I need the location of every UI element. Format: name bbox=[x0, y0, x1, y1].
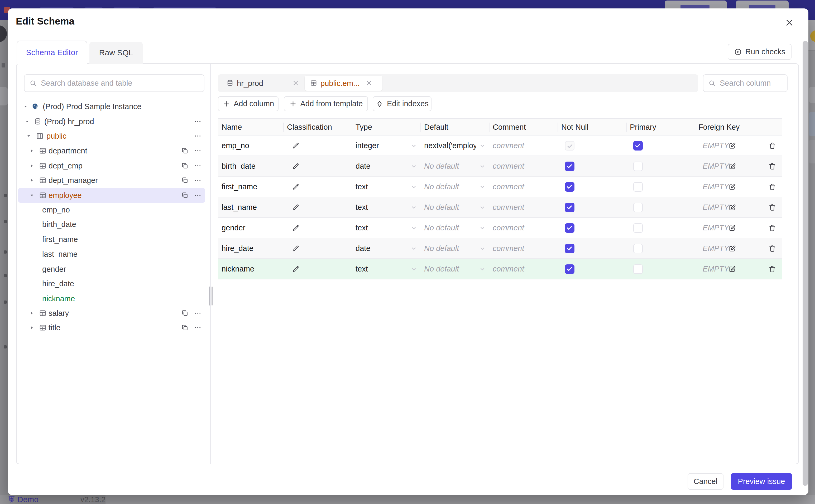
comment-input[interactable]: comment bbox=[493, 244, 524, 253]
column-name-cell[interactable]: nickname bbox=[221, 265, 254, 273]
more-icon[interactable] bbox=[194, 132, 201, 140]
default-select[interactable]: No default bbox=[424, 244, 459, 253]
type-select[interactable]: text bbox=[355, 203, 368, 212]
tree-item-dept-emp[interactable]: dept_emp bbox=[18, 158, 205, 173]
caret-down-icon[interactable] bbox=[24, 119, 30, 124]
comment-input[interactable]: comment bbox=[493, 162, 524, 171]
default-select[interactable]: No default bbox=[424, 162, 459, 171]
edit-icon[interactable] bbox=[728, 203, 736, 211]
pencil-icon[interactable] bbox=[292, 245, 300, 253]
default-select[interactable]: No default bbox=[424, 224, 459, 232]
copy-icon[interactable] bbox=[181, 177, 189, 184]
trash-icon[interactable] bbox=[768, 203, 777, 212]
more-icon[interactable] bbox=[194, 192, 201, 199]
chevron-down-icon[interactable] bbox=[410, 142, 418, 150]
add-from-template-button[interactable]: Add from template bbox=[284, 96, 368, 111]
chip-hr-prod[interactable]: hr_prod bbox=[237, 79, 263, 88]
cancel-button[interactable]: Cancel bbox=[688, 473, 724, 490]
close-icon[interactable] bbox=[292, 80, 299, 86]
tree-item-prod-hr-prod[interactable]: (Prod) hr_prod bbox=[18, 114, 205, 129]
pencil-icon[interactable] bbox=[292, 265, 300, 273]
type-select[interactable]: date bbox=[355, 244, 370, 253]
caret-down-icon[interactable] bbox=[23, 104, 28, 109]
tree-item-dept-manager[interactable]: dept_manager bbox=[18, 173, 205, 188]
caret-right-icon[interactable] bbox=[29, 325, 35, 331]
chevron-down-icon[interactable] bbox=[479, 265, 486, 273]
tree-item-prod-prod-sample-instance[interactable]: (Prod) Prod Sample Instance bbox=[18, 99, 205, 114]
tab-raw-sql[interactable]: Raw SQL bbox=[89, 42, 143, 64]
edit-icon[interactable] bbox=[728, 142, 736, 150]
copy-icon[interactable] bbox=[181, 162, 189, 169]
primary-checkbox[interactable] bbox=[633, 182, 643, 192]
type-select[interactable]: text bbox=[355, 265, 368, 273]
trash-icon[interactable] bbox=[768, 224, 777, 232]
edit-icon[interactable] bbox=[728, 183, 736, 191]
chip-public-employee[interactable]: public.em... bbox=[305, 76, 382, 91]
pencil-icon[interactable] bbox=[292, 203, 300, 211]
edit-indexes-button[interactable]: Edit indexes bbox=[373, 96, 432, 111]
caret-down-icon[interactable] bbox=[26, 133, 32, 139]
not-null-checkbox[interactable] bbox=[565, 223, 575, 233]
edit-icon[interactable] bbox=[728, 224, 736, 232]
pencil-icon[interactable] bbox=[292, 183, 300, 191]
comment-input[interactable]: comment bbox=[493, 182, 524, 191]
more-icon[interactable] bbox=[194, 324, 201, 331]
not-null-checkbox[interactable] bbox=[565, 182, 575, 192]
tree-item-hire-date[interactable]: hire_date bbox=[18, 276, 205, 291]
preview-issue-button[interactable]: Preview issue bbox=[731, 473, 792, 490]
type-select[interactable]: text bbox=[355, 182, 368, 191]
chevron-down-icon[interactable] bbox=[410, 265, 418, 273]
add-column-button[interactable]: Add column bbox=[218, 96, 278, 111]
primary-checkbox[interactable] bbox=[633, 162, 643, 171]
trash-icon[interactable] bbox=[768, 265, 777, 273]
more-icon[interactable] bbox=[194, 118, 201, 125]
edit-icon[interactable] bbox=[728, 265, 736, 273]
tree-item-department[interactable]: department bbox=[18, 143, 205, 158]
column-name-cell[interactable]: birth_date bbox=[221, 162, 255, 171]
tree-item-employee[interactable]: employee bbox=[18, 188, 205, 203]
pencil-icon[interactable] bbox=[292, 142, 300, 150]
caret-down-icon[interactable] bbox=[29, 192, 35, 198]
pencil-icon[interactable] bbox=[292, 224, 300, 232]
more-icon[interactable] bbox=[194, 177, 201, 184]
trash-icon[interactable] bbox=[768, 183, 777, 191]
column-name-cell[interactable]: emp_no bbox=[221, 141, 249, 150]
primary-checkbox[interactable] bbox=[633, 223, 643, 233]
tree-item-birth-date[interactable]: birth_date bbox=[18, 217, 205, 232]
not-null-checkbox[interactable] bbox=[565, 203, 575, 212]
primary-checkbox[interactable] bbox=[633, 141, 643, 151]
not-null-checkbox[interactable] bbox=[565, 264, 575, 274]
tree-item-emp-no[interactable]: emp_no bbox=[18, 202, 205, 217]
type-select[interactable]: integer bbox=[355, 141, 379, 150]
chevron-down-icon[interactable] bbox=[479, 224, 486, 232]
tree-item-last-name[interactable]: last_name bbox=[18, 247, 205, 261]
tree-item-first-name[interactable]: first_name bbox=[18, 232, 205, 247]
comment-input[interactable]: comment bbox=[493, 203, 524, 212]
caret-right-icon[interactable] bbox=[29, 177, 35, 183]
more-icon[interactable] bbox=[194, 162, 201, 169]
chevron-down-icon[interactable] bbox=[410, 183, 418, 191]
modal-scrollbar[interactable] bbox=[803, 41, 808, 486]
type-select[interactable]: text bbox=[355, 224, 368, 232]
comment-input[interactable]: comment bbox=[493, 265, 524, 273]
caret-right-icon[interactable] bbox=[29, 148, 35, 154]
trash-icon[interactable] bbox=[768, 244, 777, 253]
type-select[interactable]: date bbox=[355, 162, 370, 171]
default-select[interactable]: nextval('employ bbox=[424, 141, 476, 150]
column-name-cell[interactable]: hire_date bbox=[221, 244, 253, 253]
caret-right-icon[interactable] bbox=[29, 163, 35, 169]
run-checks-button[interactable]: Run checks bbox=[728, 44, 792, 60]
column-name-cell[interactable]: gender bbox=[221, 224, 245, 232]
copy-icon[interactable] bbox=[181, 309, 189, 317]
database-search-input[interactable]: Search database and table bbox=[24, 74, 204, 92]
more-icon[interactable] bbox=[194, 309, 201, 317]
chevron-down-icon[interactable] bbox=[410, 203, 418, 211]
panel-resize-handle[interactable] bbox=[209, 287, 210, 306]
chevron-down-icon[interactable] bbox=[479, 183, 486, 191]
tree-item-public[interactable]: public bbox=[18, 129, 205, 143]
panel-resize-handle[interactable] bbox=[211, 287, 212, 306]
tree-item-gender[interactable]: gender bbox=[18, 262, 205, 277]
tab-schema-editor[interactable]: Schema Editor bbox=[17, 41, 87, 64]
not-null-checkbox[interactable] bbox=[565, 162, 575, 171]
chevron-down-icon[interactable] bbox=[410, 224, 418, 232]
